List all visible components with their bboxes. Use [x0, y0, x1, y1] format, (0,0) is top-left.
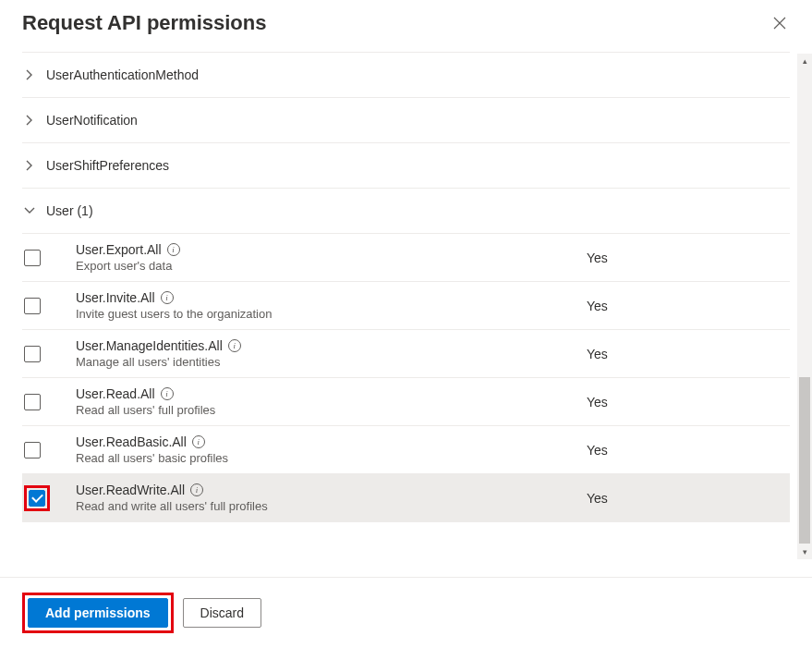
permission-name-text: User.ReadBasic.All: [76, 434, 187, 449]
close-icon: [773, 17, 786, 30]
permission-name: User.Export.All i: [76, 242, 587, 257]
permission-checkbox[interactable]: [24, 394, 41, 410]
checkbox-cell: [22, 298, 67, 314]
permission-description: Read and write all users' full profiles: [76, 499, 587, 513]
permission-description: Export user's data: [76, 259, 587, 273]
permission-description: Invite guest users to the organization: [76, 307, 587, 321]
add-permissions-button[interactable]: Add permissions: [28, 598, 168, 628]
info-icon[interactable]: i: [161, 291, 174, 304]
panel-footer: Add permissions Discard: [0, 577, 812, 648]
panel-title: Request API permissions: [22, 11, 266, 35]
section-label: User (1): [46, 203, 93, 218]
permission-name-text: User.ManageIdentities.All: [76, 338, 223, 353]
permission-text: User.Export.All i Export user's data: [67, 242, 587, 273]
permission-checkbox[interactable]: [24, 346, 41, 362]
permission-list: User.Export.All i Export user's data Yes…: [22, 233, 790, 522]
discard-button[interactable]: Discard: [183, 598, 261, 628]
section-user[interactable]: User (1): [22, 188, 790, 233]
chevron-down-icon: [22, 203, 37, 218]
permission-text: User.ReadWrite.All i Read and write all …: [67, 483, 587, 513]
permission-description: Manage all users' identities: [76, 355, 587, 369]
permission-description: Read all users' full profiles: [76, 403, 587, 417]
section-usershiftpreferences[interactable]: UserShiftPreferences: [22, 142, 790, 188]
chevron-right-icon: [22, 113, 37, 128]
permission-name: User.ReadBasic.All i: [76, 434, 587, 449]
permission-name-text: User.ReadWrite.All: [76, 483, 185, 497]
admin-consent-required: Yes: [587, 443, 790, 458]
admin-consent-required: Yes: [587, 395, 790, 410]
checkbox-cell: [22, 346, 67, 362]
info-icon[interactable]: i: [192, 435, 205, 448]
close-button[interactable]: [770, 13, 790, 33]
section-label: UserShiftPreferences: [46, 158, 169, 173]
permission-row-user-manageidentities-all[interactable]: User.ManageIdentities.All i Manage all u…: [22, 330, 790, 378]
permission-name: User.ReadWrite.All i: [76, 483, 587, 497]
permission-name: User.Read.All i: [76, 386, 587, 401]
admin-consent-required: Yes: [587, 251, 790, 265]
permission-row-user-invite-all[interactable]: User.Invite.All i Invite guest users to …: [22, 282, 790, 330]
permission-checkbox[interactable]: [24, 298, 41, 314]
permission-row-user-export-all[interactable]: User.Export.All i Export user's data Yes: [22, 234, 790, 282]
api-permissions-panel: Request API permissions ▴ ▾ UserAuthenti…: [0, 0, 812, 556]
permission-name: User.ManageIdentities.All i: [76, 338, 587, 353]
section-userauthenticationmethod[interactable]: UserAuthenticationMethod: [22, 52, 790, 97]
info-icon[interactable]: i: [228, 339, 241, 352]
checkbox-cell: [22, 394, 67, 410]
permission-row-user-readbasic-all[interactable]: User.ReadBasic.All i Read all users' bas…: [22, 426, 790, 474]
permission-text: User.ReadBasic.All i Read all users' bas…: [67, 434, 587, 465]
section-label: UserNotification: [46, 113, 138, 128]
permission-name-text: User.Invite.All: [76, 290, 155, 305]
permission-row-user-readwrite-all[interactable]: User.ReadWrite.All i Read and write all …: [22, 474, 790, 522]
info-icon[interactable]: i: [190, 483, 203, 496]
section-label: UserAuthenticationMethod: [46, 67, 199, 82]
section-usernotification[interactable]: UserNotification: [22, 97, 790, 142]
permission-name-text: User.Export.All: [76, 242, 162, 257]
admin-consent-required: Yes: [587, 491, 790, 506]
info-icon[interactable]: i: [161, 387, 174, 400]
permission-row-user-read-all[interactable]: User.Read.All i Read all users' full pro…: [22, 378, 790, 426]
permission-text: User.Read.All i Read all users' full pro…: [67, 386, 587, 417]
permission-description: Read all users' basic profiles: [76, 451, 587, 465]
permission-text: User.ManageIdentities.All i Manage all u…: [67, 338, 587, 369]
permission-name: User.Invite.All i: [76, 290, 587, 305]
permission-checkbox[interactable]: [24, 442, 41, 458]
panel-content: UserAuthenticationMethod UserNotificatio…: [0, 52, 812, 556]
highlight-annotation: [24, 485, 50, 511]
permission-checkbox[interactable]: [29, 490, 45, 507]
admin-consent-required: Yes: [587, 299, 790, 313]
chevron-right-icon: [22, 67, 37, 82]
panel-header: Request API permissions: [0, 0, 812, 52]
permission-text: User.Invite.All i Invite guest users to …: [67, 290, 587, 321]
admin-consent-required: Yes: [587, 347, 790, 361]
highlight-annotation: Add permissions: [22, 593, 174, 633]
checkbox-cell: [22, 485, 67, 511]
permission-checkbox[interactable]: [24, 250, 41, 266]
checkbox-cell: [22, 250, 67, 266]
permission-name-text: User.Read.All: [76, 386, 155, 401]
checkbox-cell: [22, 442, 67, 458]
chevron-right-icon: [22, 158, 37, 173]
info-icon[interactable]: i: [167, 243, 180, 256]
